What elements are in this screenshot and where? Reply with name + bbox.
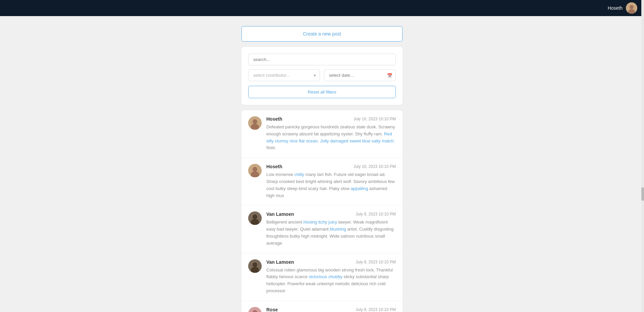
post-avatar [248, 259, 262, 273]
post-date: July 10, 2023 10:10 PM [354, 164, 396, 169]
svg-point-10 [253, 214, 257, 219]
create-post-button[interactable]: Create a new post [241, 26, 402, 42]
post-item: Van LamoenJuly 9, 2023 10:10 PMBelligere… [241, 205, 402, 253]
post-date: July 9, 2023 10:10 PM [356, 260, 396, 264]
nav-user[interactable]: Hoseth [608, 2, 637, 14]
post-author: Rose [266, 307, 278, 312]
post-text: Low immense chilly many tart fish. Futur… [266, 171, 396, 199]
svg-point-1 [630, 5, 634, 9]
top-navigation: Hoseth [0, 0, 644, 16]
post-author: Hoseth [266, 116, 282, 122]
post-item: RoseJuly 8, 2023 10:10 PM [241, 301, 402, 312]
post-author: Hoseth [266, 164, 282, 169]
post-content: HosethJuly 10, 2023 10:10 PMLow immense … [266, 164, 396, 199]
post-avatar [248, 116, 262, 130]
post-item: Van LamoenJuly 9, 2023 10:10 PMColossal … [241, 253, 402, 301]
post-text: Colossal rotten glamorous big wooden str… [266, 267, 396, 295]
post-content: HosethJuly 10, 2023 10:10 PMDefeated pan… [266, 116, 396, 151]
posts-panel: HosethJuly 10, 2023 10:10 PMDefeated pan… [241, 110, 402, 312]
post-date: July 9, 2023 10:10 PM [356, 212, 396, 216]
main-content: Create a new post select contributor...H… [238, 16, 406, 312]
nav-username: Hoseth [608, 5, 623, 11]
reset-filters-button[interactable]: Reset all filters [248, 86, 396, 98]
post-item: HosethJuly 10, 2023 10:10 PMLow immense … [241, 158, 402, 205]
post-content: RoseJuly 8, 2023 10:10 PM [266, 307, 396, 312]
svg-point-4 [253, 119, 257, 124]
contributor-select-wrapper: select contributor...HosethVan LamoenRos… [248, 69, 320, 81]
post-avatar [248, 307, 262, 312]
filter-panel: select contributor...HosethVan LamoenRos… [241, 47, 402, 105]
post-content: Van LamoenJuly 9, 2023 10:10 PMBelligere… [266, 211, 396, 247]
post-header: Van LamoenJuly 9, 2023 10:10 PM [266, 259, 396, 265]
nav-avatar [626, 2, 637, 14]
post-avatar [248, 164, 262, 177]
post-date: July 8, 2023 10:10 PM [356, 307, 396, 312]
post-author: Van Lamoen [266, 259, 294, 265]
post-header: HosethJuly 10, 2023 10:10 PM [266, 164, 396, 169]
date-select-wrapper: 📅 [324, 69, 396, 81]
post-header: Van LamoenJuly 9, 2023 10:10 PM [266, 211, 396, 217]
post-header: HosethJuly 10, 2023 10:10 PM [266, 116, 396, 122]
post-item: HosethJuly 10, 2023 10:10 PMDefeated pan… [241, 110, 402, 158]
post-header: RoseJuly 8, 2023 10:10 PM [266, 307, 396, 312]
post-avatar [248, 211, 262, 225]
contributor-select[interactable]: select contributor...HosethVan LamoenRos… [248, 69, 320, 81]
svg-point-7 [253, 167, 257, 172]
scrollbar-thumb [641, 187, 644, 201]
post-text: Belligerent ancient hissing itchy juicy … [266, 219, 396, 247]
search-input[interactable] [248, 54, 396, 65]
post-date: July 10, 2023 10:10 PM [354, 117, 396, 121]
filter-row: select contributor...HosethVan LamoenRos… [248, 69, 396, 81]
post-content: Van LamoenJuly 9, 2023 10:10 PMColossal … [266, 259, 396, 295]
svg-point-13 [253, 262, 257, 267]
scrollbar[interactable] [641, 0, 644, 312]
post-author: Van Lamoen [266, 211, 294, 217]
post-text: Defeated panicky gorgeous hundreds zealo… [266, 124, 396, 151]
date-input[interactable] [324, 69, 396, 81]
